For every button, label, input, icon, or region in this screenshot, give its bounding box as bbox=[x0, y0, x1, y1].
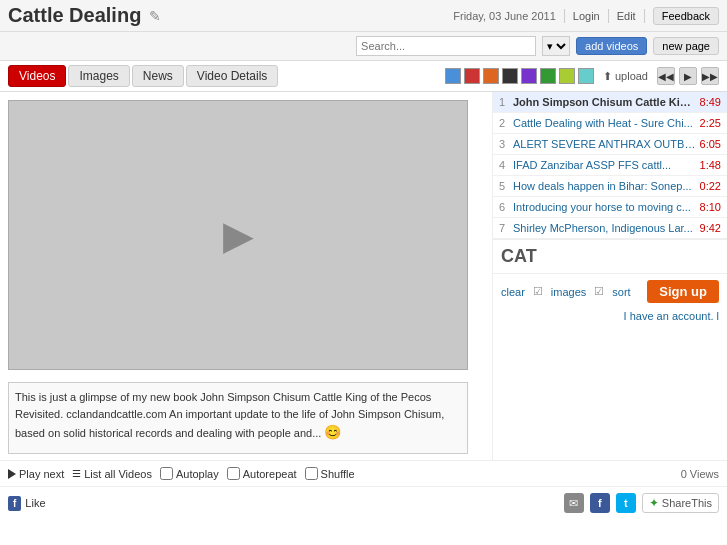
color-swatch-green[interactable] bbox=[540, 68, 556, 84]
bottom-controls: Play next ☰ List all Videos Autoplay Aut… bbox=[0, 460, 727, 486]
edit-link[interactable]: Edit bbox=[617, 10, 636, 22]
share-this-icon: ✦ bbox=[649, 496, 659, 510]
share-row: f Like ✉ f t ✦ ShareThis bbox=[0, 486, 727, 519]
play-next-button[interactable]: Play next bbox=[8, 468, 64, 480]
tabs-row: Videos Images News Video Details bbox=[8, 65, 278, 87]
color-toolbar: ⬆ upload ◀◀ ▶ ▶▶ bbox=[445, 67, 719, 85]
tab-news[interactable]: News bbox=[132, 65, 184, 87]
playlist-item[interactable]: 1 John Simpson Chisum Cattle King o... 8… bbox=[493, 92, 727, 113]
color-swatch-black[interactable] bbox=[502, 68, 518, 84]
signup-controls: clear ☑ images ☑ sort Sign up bbox=[501, 280, 719, 303]
play-icon bbox=[8, 469, 16, 479]
tab-video-details[interactable]: Video Details bbox=[186, 65, 279, 87]
login-link[interactable]: Login bbox=[573, 10, 600, 22]
playlist-item[interactable]: 3 ALERT SEVERE ANTHRAX OUTBREAK... 6:05 bbox=[493, 134, 727, 155]
separator bbox=[564, 9, 565, 23]
video-player: ▶ bbox=[8, 100, 468, 370]
signup-box: clear ☑ images ☑ sort Sign up I have an … bbox=[493, 273, 727, 329]
video-play-icon: ▶ bbox=[223, 212, 254, 258]
share-this-button[interactable]: ✦ ShareThis bbox=[642, 493, 719, 513]
top-bar-left: Cattle Dealing ✎ bbox=[8, 4, 161, 27]
edit-icon: ✎ bbox=[149, 8, 161, 24]
share-facebook-icon[interactable]: f bbox=[590, 493, 610, 513]
signup-button[interactable]: Sign up bbox=[647, 280, 719, 303]
playlist-item[interactable]: 5 How deals happen in Bihar: Sonep... 0:… bbox=[493, 176, 727, 197]
search-input[interactable] bbox=[356, 36, 536, 56]
playlist: 1 John Simpson Chisum Cattle King o... 8… bbox=[493, 92, 727, 239]
sort-button[interactable]: sort bbox=[612, 286, 630, 298]
list-icon: ☰ bbox=[72, 468, 81, 479]
color-swatch-orange[interactable] bbox=[483, 68, 499, 84]
autoplay-checkbox[interactable]: Autoplay bbox=[160, 467, 219, 480]
separator bbox=[608, 9, 609, 23]
color-swatch-teal[interactable] bbox=[578, 68, 594, 84]
separator bbox=[644, 9, 645, 23]
media-controls: ◀◀ ▶ ▶▶ bbox=[657, 67, 719, 85]
color-swatch-blue[interactable] bbox=[445, 68, 461, 84]
share-email-icon[interactable]: ✉ bbox=[564, 493, 584, 513]
color-swatch-lime[interactable] bbox=[559, 68, 575, 84]
tab-images[interactable]: Images bbox=[68, 65, 129, 87]
share-icons: ✉ f t ✦ ShareThis bbox=[564, 493, 719, 513]
media-btn-next[interactable]: ▶▶ bbox=[701, 67, 719, 85]
color-swatch-purple[interactable] bbox=[521, 68, 537, 84]
date-label: Friday, 03 June 2011 bbox=[453, 10, 556, 22]
share-twitter-icon[interactable]: t bbox=[616, 493, 636, 513]
top-bar-right: Friday, 03 June 2011 Login Edit Feedback bbox=[453, 7, 719, 25]
search-dropdown[interactable]: ▾ bbox=[542, 36, 570, 56]
add-videos-button[interactable]: add videos bbox=[576, 37, 647, 55]
playlist-item[interactable]: 4 IFAD Zanzibar ASSP FFS cattl... 1:48 bbox=[493, 155, 727, 176]
feedback-button[interactable]: Feedback bbox=[653, 7, 719, 25]
playlist-item[interactable]: 2 Cattle Dealing with Heat - Sure Chi...… bbox=[493, 113, 727, 134]
video-area: ▶ This is just a glimpse of my new book … bbox=[0, 92, 492, 460]
color-swatch-red[interactable] bbox=[464, 68, 480, 84]
upload-button[interactable]: ⬆ upload bbox=[603, 70, 648, 83]
autorepeat-checkbox[interactable]: Autorepeat bbox=[227, 467, 297, 480]
views-count: 0 Views bbox=[681, 468, 719, 480]
shuffle-checkbox[interactable]: Shuffle bbox=[305, 467, 355, 480]
description-box: This is just a glimpse of my new book Jo… bbox=[8, 382, 468, 454]
fb-like-icon: f bbox=[8, 496, 21, 511]
tab-videos[interactable]: Videos bbox=[8, 65, 66, 87]
list-all-button[interactable]: ☰ List all Videos bbox=[72, 468, 152, 480]
images-button[interactable]: images bbox=[551, 286, 586, 298]
smiley-icon: 😊 bbox=[324, 424, 341, 440]
right-panel: 1 John Simpson Chisum Cattle King o... 8… bbox=[492, 92, 727, 460]
media-btn-prev[interactable]: ◀◀ bbox=[657, 67, 675, 85]
playlist-item[interactable]: 7 Shirley McPherson, Indigenous Lar... 9… bbox=[493, 218, 727, 239]
search-bar: ▾ add videos new page bbox=[0, 32, 727, 61]
clear-button[interactable]: clear bbox=[501, 286, 525, 298]
main-content: ▶ This is just a glimpse of my new book … bbox=[0, 92, 727, 460]
fb-like[interactable]: f Like bbox=[8, 496, 46, 511]
new-page-button[interactable]: new page bbox=[653, 37, 719, 55]
cat-section-label: CAT bbox=[493, 239, 727, 273]
top-bar: Cattle Dealing ✎ Friday, 03 June 2011 Lo… bbox=[0, 0, 727, 32]
media-btn-play[interactable]: ▶ bbox=[679, 67, 697, 85]
spacer bbox=[0, 519, 727, 545]
page-title: Cattle Dealing bbox=[8, 4, 141, 27]
account-link: I have an account. l bbox=[501, 309, 719, 323]
playlist-item[interactable]: 6 Introducing your horse to moving c... … bbox=[493, 197, 727, 218]
